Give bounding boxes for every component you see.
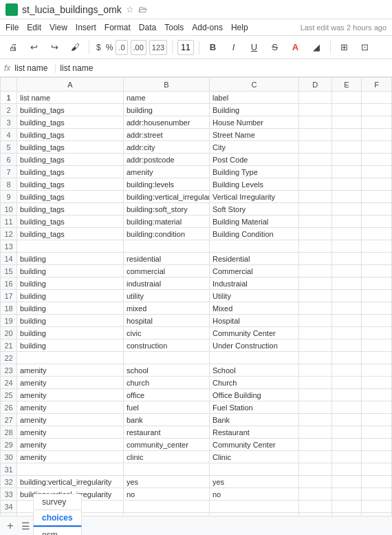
cell-9-d[interactable] <box>299 191 332 203</box>
tab-choices[interactable]: choices <box>33 510 82 527</box>
cell-2-a[interactable]: building_tags <box>17 104 124 116</box>
cell-reference[interactable]: list name <box>14 63 56 73</box>
cell-17-d[interactable] <box>299 290 332 302</box>
cell-26-f[interactable] <box>362 401 392 414</box>
cell-12-e[interactable] <box>331 228 362 240</box>
cell-23-a[interactable]: amenity <box>17 364 124 377</box>
cell-8-a[interactable]: building_tags <box>17 178 124 191</box>
cell-32-a[interactable]: building:vertical_irregularity <box>17 476 124 488</box>
star-icon[interactable]: ☆ <box>126 4 134 14</box>
cell-6-c[interactable]: Post Code <box>210 154 299 166</box>
cell-1-c[interactable]: label <box>210 92 299 104</box>
formula-content[interactable]: list name <box>60 63 93 73</box>
cell-13-f[interactable] <box>362 240 392 253</box>
cell-26-e[interactable] <box>331 401 362 414</box>
cell-26-b[interactable]: fuel <box>124 401 210 414</box>
cell-11-a[interactable]: building_tags <box>17 216 124 228</box>
menu-format[interactable]: Format <box>105 23 131 32</box>
borders-button[interactable]: ⊞ <box>336 39 353 56</box>
cell-26-a[interactable]: amenity <box>17 401 124 414</box>
cell-23-f[interactable] <box>362 364 392 377</box>
col-header-c[interactable]: C <box>210 78 299 92</box>
cell-7-b[interactable]: amenity <box>124 166 210 178</box>
cell-31-d[interactable] <box>299 463 332 476</box>
cell-16-f[interactable] <box>362 277 392 290</box>
cell-31-c[interactable] <box>210 463 299 476</box>
cell-6-f[interactable] <box>362 154 392 166</box>
cell-15-b[interactable]: commercial <box>124 265 210 277</box>
cell-12-f[interactable] <box>362 228 392 240</box>
menu-insert[interactable]: Insert <box>76 23 96 32</box>
cell-27-d[interactable] <box>299 414 332 426</box>
col-header-b[interactable]: B <box>124 78 210 92</box>
cell-6-d[interactable] <box>299 154 332 166</box>
add-sheet-button[interactable]: + <box>3 518 18 534</box>
fill-color-button[interactable]: ◢ <box>307 39 325 56</box>
cell-13-b[interactable] <box>124 240 210 253</box>
cell-20-f[interactable] <box>362 327 392 339</box>
cell-25-f[interactable] <box>362 389 392 401</box>
cell-34-e[interactable] <box>331 501 362 513</box>
cell-9-f[interactable] <box>362 191 392 203</box>
cell-30-c[interactable]: Clinic <box>210 451 299 463</box>
cell-21-f[interactable] <box>362 339 392 352</box>
cell-10-f[interactable] <box>362 203 392 216</box>
cell-28-f[interactable] <box>362 426 392 439</box>
cell-18-b[interactable]: mixed <box>124 302 210 315</box>
folder-icon[interactable]: 🗁 <box>138 4 147 14</box>
cell-22-e[interactable] <box>331 352 362 364</box>
cell-32-e[interactable] <box>331 476 362 488</box>
cell-29-b[interactable]: community_center <box>124 439 210 451</box>
cell-32-f[interactable] <box>362 476 392 488</box>
cell-5-c[interactable]: City <box>210 141 299 154</box>
cell-30-e[interactable] <box>331 451 362 463</box>
cell-9-a[interactable]: building_tags <box>17 191 124 203</box>
cell-23-c[interactable]: School <box>210 364 299 377</box>
cell-20-d[interactable] <box>299 327 332 339</box>
bold-button[interactable]: B <box>204 39 222 56</box>
cell-24-c[interactable]: Church <box>210 377 299 389</box>
cell-34-d[interactable] <box>299 501 332 513</box>
cell-34-c[interactable] <box>210 501 299 513</box>
cell-25-a[interactable]: amenity <box>17 389 124 401</box>
cell-30-f[interactable] <box>362 451 392 463</box>
cell-11-e[interactable] <box>331 216 362 228</box>
cell-4-e[interactable] <box>331 129 362 141</box>
cell-32-b[interactable]: yes <box>124 476 210 488</box>
underline-button[interactable]: U <box>246 39 263 56</box>
dec-decimals-btn[interactable]: .0 <box>116 40 127 55</box>
cell-20-b[interactable]: civic <box>124 327 210 339</box>
cell-8-e[interactable] <box>331 178 362 191</box>
cell-23-d[interactable] <box>299 364 332 377</box>
cell-4-b[interactable]: addr:street <box>124 129 210 141</box>
cell-3-d[interactable] <box>299 116 332 129</box>
paint-format-button[interactable]: 🖌 <box>66 39 84 56</box>
cell-18-f[interactable] <box>362 302 392 315</box>
cell-17-f[interactable] <box>362 290 392 302</box>
cell-15-d[interactable] <box>299 265 332 277</box>
cell-14-b[interactable]: residential <box>124 253 210 265</box>
cell-11-c[interactable]: Building Material <box>210 216 299 228</box>
cell-31-e[interactable] <box>331 463 362 476</box>
cell-30-a[interactable]: amenity <box>17 451 124 463</box>
cell-28-a[interactable]: amenity <box>17 426 124 439</box>
cell-15-f[interactable] <box>362 265 392 277</box>
cell-3-f[interactable] <box>362 116 392 129</box>
cell-13-c[interactable] <box>210 240 299 253</box>
cell-7-a[interactable]: building_tags <box>17 166 124 178</box>
cell-17-e[interactable] <box>331 290 362 302</box>
cell-30-d[interactable] <box>299 451 332 463</box>
cell-16-b[interactable]: industraial <box>124 277 210 290</box>
col-header-f[interactable]: F <box>362 78 392 92</box>
redo-button[interactable]: ↪ <box>45 39 63 56</box>
cell-6-e[interactable] <box>331 154 362 166</box>
cell-18-a[interactable]: building <box>17 302 124 315</box>
tab-osm[interactable]: osm <box>33 527 82 536</box>
cell-31-b[interactable] <box>124 463 210 476</box>
cell-20-a[interactable]: building <box>17 327 124 339</box>
cell-16-c[interactable]: Industraial <box>210 277 299 290</box>
cell-19-d[interactable] <box>299 315 332 327</box>
cell-9-e[interactable] <box>331 191 362 203</box>
text-color-button[interactable]: A <box>287 39 305 56</box>
cell-12-a[interactable]: building_tags <box>17 228 124 240</box>
